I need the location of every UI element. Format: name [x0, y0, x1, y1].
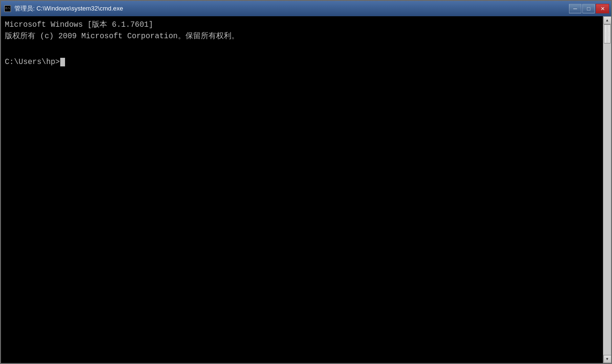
- scrollbar[interactable]: ▲ ▼: [603, 16, 611, 363]
- scroll-thumb[interactable]: [604, 24, 611, 43]
- prompt-line: C:\Users\hp>: [5, 56, 599, 68]
- cmd-icon: [4, 5, 11, 12]
- minimize-icon: ─: [573, 6, 577, 11]
- minimize-button[interactable]: ─: [569, 4, 581, 13]
- grip-line-3: [605, 35, 609, 36]
- title-bar: 管理员: C:\Windows\system32\cmd.exe ─ □ ✕: [1, 1, 611, 16]
- terminal-line-2: 版权所有 (c) 2009 Microsoft Corporation。保留所有…: [5, 31, 599, 42]
- scroll-grip: [605, 32, 609, 36]
- terminal-line-1: Microsoft Windows [版本 6.1.7601]: [5, 19, 599, 31]
- terminal-content[interactable]: Microsoft Windows [版本 6.1.7601] 版权所有 (c)…: [1, 16, 603, 363]
- scroll-up-button[interactable]: ▲: [603, 16, 612, 24]
- cmd-app-icon: [4, 5, 11, 12]
- close-button[interactable]: ✕: [596, 4, 609, 13]
- cmd-window: 管理员: C:\Windows\system32\cmd.exe ─ □ ✕ M…: [0, 0, 612, 364]
- scroll-down-button[interactable]: ▼: [603, 355, 612, 363]
- maximize-icon: □: [587, 6, 590, 11]
- window-controls: ─ □ ✕: [569, 4, 609, 13]
- terminal-line-3: [5, 42, 599, 54]
- terminal-area[interactable]: Microsoft Windows [版本 6.1.7601] 版权所有 (c)…: [1, 16, 611, 363]
- window-title: 管理员: C:\Windows\system32\cmd.exe: [14, 4, 123, 13]
- grip-line-1: [605, 32, 609, 33]
- cursor-blink: [60, 58, 65, 66]
- close-icon: ✕: [601, 6, 605, 12]
- terminal-prompt: C:\Users\hp>: [5, 56, 60, 68]
- maximize-button[interactable]: □: [582, 4, 595, 13]
- title-bar-left: 管理员: C:\Windows\system32\cmd.exe: [4, 4, 123, 13]
- grip-line-2: [605, 34, 609, 34]
- scroll-track[interactable]: [603, 24, 611, 355]
